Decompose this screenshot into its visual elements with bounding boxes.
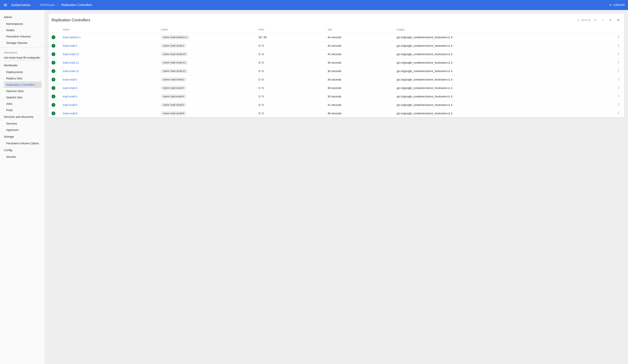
status-ok-icon (52, 35, 55, 39)
row-menu-button[interactable] (617, 103, 620, 106)
more-vert-icon (617, 61, 620, 64)
col-name[interactable]: Name (61, 26, 158, 33)
svg-point-20 (618, 88, 619, 89)
create-button[interactable]: CREATE (609, 3, 625, 7)
label-chip[interactable]: name: load-small-2 (160, 77, 186, 82)
svg-point-16 (618, 79, 619, 79)
resource-link[interactable]: load-small-11 (63, 61, 79, 64)
row-menu-button[interactable] (617, 94, 620, 98)
sidebar-item-services[interactable]: Services (0, 120, 45, 127)
label-chip[interactable]: name: load-small-4 (160, 94, 186, 99)
sidebar-item-secrets[interactable]: Secrets (0, 153, 45, 160)
row-menu-button[interactable] (617, 61, 620, 64)
cell-pods: 5 / 5 (256, 67, 325, 75)
pagination-text: 1 - 10 of 13 (578, 19, 590, 21)
label-chip[interactable]: name: load-small-6 (160, 111, 186, 116)
cell-age: 36 seconds (325, 75, 394, 84)
pagination-next-button[interactable] (608, 17, 613, 23)
label-chip[interactable]: name: load-small-11 (160, 60, 188, 65)
cell-age: 39 seconds (325, 92, 394, 101)
sidebar-item-deployments[interactable]: Deployments (0, 69, 45, 75)
sidebar-section-admin[interactable]: Admin (0, 13, 45, 21)
sidebar-item-pods[interactable]: Pods (0, 107, 45, 113)
sidebar-section-config[interactable]: Config (0, 146, 45, 153)
resource-link[interactable]: load-small-6 (63, 112, 78, 115)
cell-name: load-small-12 (61, 67, 158, 75)
row-menu-button[interactable] (617, 111, 620, 115)
cell-age: 44 seconds (325, 33, 394, 42)
cell-pods: 5 / 5 (256, 50, 325, 59)
svg-point-26 (618, 105, 619, 106)
row-menu-button[interactable] (617, 77, 620, 81)
label-chip[interactable]: name: load-small-10 (160, 52, 188, 56)
sidebar-section-storage[interactable]: Storage (0, 133, 45, 140)
label-chip[interactable]: name: load-small-1 (160, 43, 186, 48)
table-row: load-medium-1name: load-medium-130 / 304… (48, 33, 624, 42)
sidebar-item-persistent-volumes[interactable]: Persistent Volumes (0, 33, 45, 40)
breadcrumb-parent[interactable]: Workloads (40, 3, 55, 7)
resource-link[interactable]: load-small-4 (63, 95, 78, 98)
resource-link[interactable]: load-small-12 (63, 70, 79, 73)
row-menu-button[interactable] (617, 35, 620, 39)
main-content: Replication Controllers 1 - 10 of 13 (45, 10, 628, 364)
pagination-last-button[interactable] (616, 17, 621, 23)
more-vert-icon (617, 77, 620, 81)
cell-age: 41 seconds (325, 101, 394, 109)
resource-link[interactable]: load-small-10 (63, 53, 79, 56)
sidebar-item-nodes[interactable]: Nodes (0, 27, 45, 33)
namespace-select[interactable]: e2e-tests-load-30-nodepods-1-1 (4, 55, 41, 61)
plus-icon (609, 3, 613, 7)
cell-actions (613, 33, 624, 42)
row-menu-button[interactable] (617, 86, 620, 89)
resource-link[interactable]: load-small-5 (63, 103, 78, 106)
pagination-first-button[interactable] (593, 17, 598, 23)
label-chip[interactable]: name: load-medium-1 (160, 35, 189, 39)
label-chip[interactable]: name: load-small-12 (160, 69, 188, 73)
sidebar-item-jobs[interactable]: Jobs (0, 100, 45, 107)
last-page-icon (617, 18, 620, 22)
col-images[interactable]: Images (394, 26, 613, 33)
row-menu-button[interactable] (617, 44, 620, 47)
first-page-icon (593, 18, 597, 22)
status-cell (48, 109, 61, 118)
col-labels[interactable]: Labels (158, 26, 256, 33)
pagination-prev-button[interactable] (600, 17, 606, 23)
sidebar-item-stateful-sets[interactable]: Stateful Sets (0, 94, 45, 100)
menu-button[interactable] (3, 3, 8, 7)
cell-labels: name: load-small-2 (158, 75, 256, 84)
cell-actions (613, 59, 624, 67)
resource-table: Name Labels Pods Age Images load-medium-… (48, 26, 624, 117)
status-ok-icon (52, 95, 55, 98)
cell-images: gcr.io/google_containers/serve_hostname:… (394, 92, 613, 101)
sidebar-item-replica-sets[interactable]: Replica Sets (0, 75, 45, 81)
label-chip[interactable]: name: load-small-5 (160, 103, 186, 107)
sidebar-item-replication-controllers[interactable]: Replication Controllers (4, 81, 42, 88)
sidebar-item-pvc[interactable]: Persistent Volume Claims (0, 140, 45, 146)
svg-point-19 (618, 87, 619, 88)
svg-point-11 (618, 63, 619, 64)
resource-link[interactable]: load-small-2 (63, 78, 78, 81)
row-menu-button[interactable] (617, 69, 620, 73)
cell-age: 42 seconds (325, 50, 394, 59)
col-age[interactable]: Age (325, 26, 394, 33)
col-pods[interactable]: Pods (256, 26, 325, 33)
sidebar-item-namespaces[interactable]: Namespaces (0, 21, 45, 27)
cell-images: gcr.io/google_containers/serve_hostname:… (394, 84, 613, 92)
row-menu-button[interactable] (617, 52, 620, 56)
svg-point-8 (618, 55, 619, 55)
status-cell (48, 101, 61, 109)
resource-link[interactable]: load-small-3 (63, 86, 78, 89)
label-chip[interactable]: name: load-small-3 (160, 86, 186, 90)
cell-pods: 5 / 5 (256, 92, 325, 101)
sidebar-item-daemon-sets[interactable]: Daemon Sets (0, 88, 45, 94)
sidebar-item-storage-classes[interactable]: Storage Classes (0, 40, 45, 46)
svg-point-25 (618, 104, 619, 105)
cell-age: 36 seconds (325, 67, 394, 75)
sidebar-item-ingresses[interactable]: Ingresses (0, 127, 45, 133)
sidebar-section-workloads[interactable]: Workloads (0, 62, 45, 69)
sidebar-section-services[interactable]: Services and discovery (0, 113, 45, 120)
cell-actions (613, 109, 624, 118)
resource-link[interactable]: load-small-1 (63, 44, 78, 47)
resource-link[interactable]: load-medium-1 (63, 36, 81, 39)
svg-point-6 (618, 53, 619, 53)
